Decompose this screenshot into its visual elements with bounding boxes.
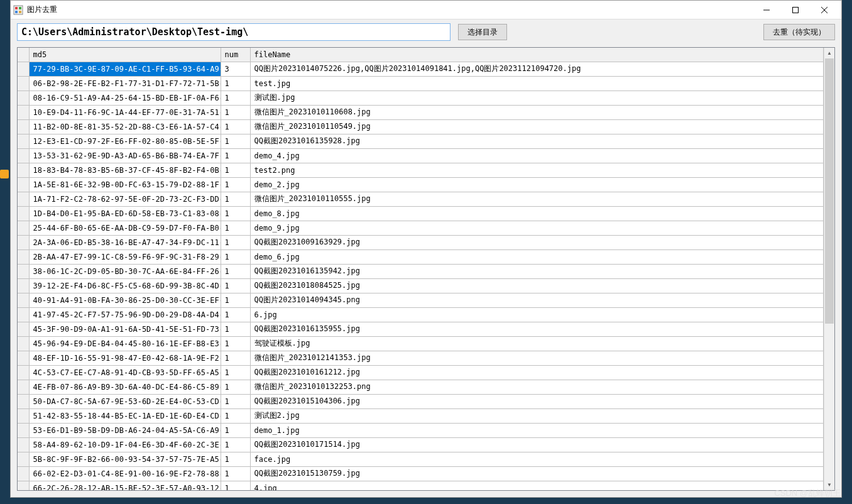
header-row[interactable]: md5 num fileName [18, 48, 824, 62]
table-row[interactable]: 4C-53-C7-EE-C7-A8-91-4D-CB-93-5D-FF-65-A… [18, 365, 824, 380]
table-row[interactable]: 2A-3A-06-ED-B5-38-16-BE-A7-47-34-F9-DC-1… [18, 235, 824, 249]
row-header[interactable] [18, 336, 29, 351]
cell-num[interactable]: 1 [221, 177, 250, 192]
cell-num[interactable]: 1 [221, 119, 250, 134]
cell-md5[interactable]: 40-91-A4-91-0B-FA-30-86-25-D0-30-CC-3E-E… [29, 293, 221, 307]
cell-md5[interactable]: 38-06-1C-2C-D9-05-BD-30-7C-AA-6E-84-FF-2… [29, 264, 221, 278]
cell-md5[interactable]: 39-12-2E-F4-D6-8C-F5-C5-68-6D-99-3B-8C-4… [29, 278, 221, 293]
cell-num[interactable]: 1 [221, 452, 250, 466]
cell-num[interactable]: 1 [221, 235, 250, 249]
cell-num[interactable]: 1 [221, 307, 250, 322]
cell-md5[interactable]: 45-3F-90-D9-0A-A1-91-6A-5D-41-5E-51-FD-7… [29, 322, 221, 336]
cell-filename[interactable]: demo_4.jpg [250, 148, 824, 163]
cell-num[interactable]: 1 [221, 264, 250, 278]
row-header[interactable] [18, 192, 29, 206]
cell-filename[interactable]: 微信图片_20231010110549.jpg [250, 119, 824, 134]
row-header[interactable] [18, 380, 29, 394]
cell-filename[interactable]: QQ截图20231009163929.jpg [250, 235, 824, 249]
cell-filename[interactable]: QQ截图20231015130759.jpg [250, 466, 824, 481]
cell-filename[interactable]: QQ截图20231015104306.jpg [250, 394, 824, 408]
cell-filename[interactable]: 微信图片_20231010110555.jpg [250, 192, 824, 206]
cell-md5[interactable]: 2B-AA-47-E7-99-1C-C8-59-F6-9F-9C-31-F8-2… [29, 249, 221, 264]
cell-md5[interactable]: 11-B2-0D-8E-81-35-52-2D-88-C3-E6-1A-57-C… [29, 119, 221, 134]
table-row[interactable]: 2B-AA-47-E7-99-1C-C8-59-F6-9F-9C-31-F8-2… [18, 249, 824, 264]
cell-filename[interactable]: 微信图片_20231012141353.jpg [250, 351, 824, 365]
table-row[interactable]: 38-06-1C-2C-D9-05-BD-30-7C-AA-6E-84-FF-2… [18, 264, 824, 278]
cell-num[interactable]: 1 [221, 134, 250, 148]
cell-md5[interactable]: 4C-53-C7-EE-C7-A8-91-4D-CB-93-5D-FF-65-A… [29, 365, 221, 380]
cell-num[interactable]: 1 [221, 351, 250, 365]
maximize-button[interactable] [781, 1, 810, 19]
cell-num[interactable]: 1 [221, 206, 250, 221]
cell-filename[interactable]: 测试图2.jpg [250, 408, 824, 423]
cell-md5[interactable]: 4E-FB-07-86-A9-B9-3D-6A-40-DC-E4-86-C5-8… [29, 380, 221, 394]
cell-num[interactable]: 1 [221, 437, 250, 452]
cell-md5[interactable]: 58-A4-89-62-10-D9-1F-04-E6-3D-4F-60-2C-3… [29, 437, 221, 452]
cell-md5[interactable]: 18-83-B4-78-83-B5-6B-37-CF-45-8F-B2-F4-0… [29, 163, 221, 177]
cell-num[interactable]: 1 [221, 423, 250, 437]
cell-filename[interactable]: test2.png [250, 163, 824, 177]
cell-filename[interactable]: QQ截图20231010171514.jpg [250, 437, 824, 452]
table-row[interactable]: 1D-B4-D0-E1-95-BA-ED-6D-58-EB-73-C1-83-0… [18, 206, 824, 221]
cell-num[interactable]: 1 [221, 365, 250, 380]
row-header[interactable] [18, 264, 29, 278]
cell-filename[interactable]: QQ图片20231014075226.jpg,QQ图片2023101409184… [250, 62, 824, 76]
table-row[interactable]: 45-96-94-E9-DE-B4-04-45-80-16-1E-EF-B8-E… [18, 336, 824, 351]
cell-filename[interactable]: face.jpg [250, 452, 824, 466]
table-row[interactable]: 10-E9-D4-11-F6-9C-1A-44-EF-77-0E-31-7A-5… [18, 105, 824, 119]
table-row[interactable]: 66-02-E2-D3-01-C4-8E-91-00-16-9E-F2-78-8… [18, 466, 824, 481]
cell-filename[interactable]: QQ截图20231018084525.jpg [250, 278, 824, 293]
table-row[interactable]: 1A-5E-81-6E-32-9B-0D-FC-63-15-79-D2-88-1… [18, 177, 824, 192]
vertical-scrollbar[interactable]: ▲ ▼ [824, 48, 834, 490]
row-header[interactable] [18, 163, 29, 177]
row-header[interactable] [18, 62, 29, 76]
cell-filename[interactable]: demo_8.jpg [250, 206, 824, 221]
cell-filename[interactable]: 驾驶证模板.jpg [250, 336, 824, 351]
row-header[interactable] [18, 134, 29, 148]
cell-filename[interactable]: demo_6.jpg [250, 249, 824, 264]
cell-filename[interactable]: 微信图片_20231010132253.png [250, 380, 824, 394]
cell-num[interactable]: 1 [221, 90, 250, 105]
cell-num[interactable]: 1 [221, 466, 250, 481]
row-header[interactable] [18, 105, 29, 119]
row-header[interactable] [18, 423, 29, 437]
cell-num[interactable]: 1 [221, 380, 250, 394]
cell-md5[interactable]: 53-E6-D1-B9-5B-D9-DB-A6-24-04-A5-5A-C6-A… [29, 423, 221, 437]
row-header[interactable] [18, 437, 29, 452]
table-row[interactable]: 08-16-C9-51-A9-A4-25-64-15-BD-EB-1F-0A-F… [18, 90, 824, 105]
scroll-thumb[interactable] [825, 58, 834, 324]
row-header[interactable] [18, 206, 29, 221]
cell-filename[interactable]: QQ截图20231016135928.jpg [250, 134, 824, 148]
cell-num[interactable]: 3 [221, 62, 250, 76]
cell-num[interactable]: 1 [221, 278, 250, 293]
row-header[interactable] [18, 351, 29, 365]
table-row[interactable]: 12-E3-E1-CD-97-2F-E6-FF-02-80-85-0B-5E-5… [18, 134, 824, 148]
cell-filename[interactable]: demo_9.jpg [250, 221, 824, 235]
cell-filename[interactable]: QQ图片20231014094345.png [250, 293, 824, 307]
cell-md5[interactable]: 06-B2-98-2E-FE-B2-F1-77-31-D1-F7-72-71-5… [29, 76, 221, 90]
table-row[interactable]: 25-44-6F-B0-65-6E-AA-DB-C9-59-D7-F0-FA-B… [18, 221, 824, 235]
close-button[interactable] [810, 1, 839, 19]
cell-num[interactable]: 1 [221, 148, 250, 163]
data-grid[interactable]: md5 num fileName 77-29-BB-3C-9E-87-09-AE… [17, 47, 835, 491]
cell-md5[interactable]: 5B-8C-9F-9F-B2-66-00-93-54-37-57-75-7E-A… [29, 452, 221, 466]
minimize-button[interactable] [752, 1, 781, 19]
table-row[interactable]: 18-83-B4-78-83-B5-6B-37-CF-45-8F-B2-F4-0… [18, 163, 824, 177]
row-header[interactable] [18, 148, 29, 163]
column-header-filename[interactable]: fileName [250, 48, 824, 62]
cell-md5[interactable]: 45-96-94-E9-DE-B4-04-45-80-16-1E-EF-B8-E… [29, 336, 221, 351]
table-row[interactable]: 39-12-2E-F4-D6-8C-F5-C5-68-6D-99-3B-8C-4… [18, 278, 824, 293]
column-header-md5[interactable]: md5 [29, 48, 221, 62]
cell-md5[interactable]: 50-DA-C7-8C-5A-67-9E-53-6D-2E-E4-0C-53-C… [29, 394, 221, 408]
cell-num[interactable]: 1 [221, 192, 250, 206]
cell-md5[interactable]: 13-53-31-62-9E-9D-A3-AD-65-B6-BB-74-EA-7… [29, 148, 221, 163]
row-header[interactable] [18, 278, 29, 293]
path-input[interactable] [17, 23, 451, 41]
select-directory-button[interactable]: 选择目录 [458, 24, 507, 40]
cell-md5[interactable]: 41-97-45-2C-F7-57-75-96-9D-D0-29-D8-4A-D… [29, 307, 221, 322]
row-header[interactable] [18, 119, 29, 134]
cell-num[interactable]: 1 [221, 293, 250, 307]
cell-filename[interactable]: QQ截图20231016135955.jpg [250, 322, 824, 336]
table-row[interactable]: 4E-FB-07-86-A9-B9-3D-6A-40-DC-E4-86-C5-8… [18, 380, 824, 394]
cell-num[interactable]: 1 [221, 249, 250, 264]
